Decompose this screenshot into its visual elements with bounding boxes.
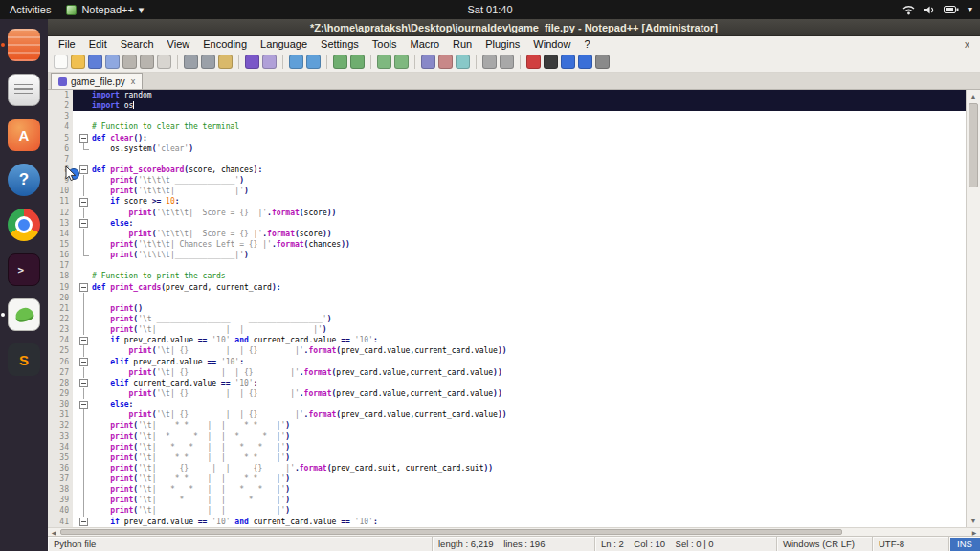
code-text[interactable]: print('\t| {} | | {} |'.format(prev_card… (90, 345, 966, 356)
print-icon[interactable] (157, 55, 171, 69)
activities-button[interactable]: Activities (10, 4, 51, 15)
playback-macro-icon[interactable] (561, 55, 575, 69)
tab-close-icon[interactable]: x (131, 77, 136, 86)
menu-view[interactable]: View (161, 38, 197, 50)
scroll-left-icon[interactable]: ◀ (48, 528, 59, 536)
function-list-icon[interactable] (482, 55, 497, 69)
help-icon[interactable]: ? (7, 163, 41, 197)
code-text[interactable]: if score >= 10: (90, 196, 966, 207)
code-text[interactable]: print('\t\t\t| |') (90, 186, 966, 196)
code-line-35[interactable]: 35 print('\t| * * | | * * |') (48, 452, 966, 463)
window-title-bar[interactable]: *Z:\home\aprataksh\Desktop\journaldev\ga… (48, 19, 980, 36)
fold-collapse-icon[interactable] (79, 198, 88, 207)
fold-margin[interactable] (78, 90, 90, 100)
copy-icon[interactable] (201, 55, 215, 69)
fold-margin[interactable] (78, 324, 90, 335)
horizontal-scrollbar[interactable]: ◀ ▶ (48, 527, 980, 536)
menu-edit[interactable]: Edit (82, 38, 114, 50)
fold-collapse-icon[interactable] (79, 337, 88, 345)
close-document-icon[interactable]: x (958, 39, 976, 50)
code-line-39[interactable]: 39 print('\t| * | | * |') (48, 495, 966, 505)
tab-game-file[interactable]: game_file.py x (51, 73, 143, 89)
fold-margin[interactable] (78, 357, 90, 367)
code-line-8[interactable]: 8def print_scoreboard(score, chances): (48, 165, 966, 175)
menu-tools[interactable]: Tools (366, 38, 404, 50)
horizontal-scroll-track[interactable] (59, 528, 969, 536)
vertical-scroll-track[interactable] (967, 102, 980, 515)
zoom-in-icon[interactable] (333, 55, 347, 69)
editor[interactable]: 1import random2import os34# Function to … (48, 90, 966, 527)
code-line-3[interactable]: 3 (48, 111, 966, 121)
code-text[interactable]: print('\t| {} | | {} |'.format(prev_card… (90, 463, 966, 474)
fold-margin[interactable] (78, 378, 90, 388)
save-icon[interactable] (88, 55, 102, 69)
system-tray[interactable]: ▾ (902, 0, 972, 19)
code-text[interactable]: print('\t\t\t| Score = {} |'.format(scor… (90, 229, 966, 239)
code-line-6[interactable]: 6 os.system('clear') (48, 143, 966, 154)
code-text[interactable] (90, 154, 966, 165)
code-line-20[interactable]: 20 (48, 293, 966, 303)
document-map-icon[interactable] (500, 55, 514, 69)
fold-margin[interactable] (78, 271, 90, 281)
fold-margin[interactable] (78, 196, 90, 207)
horizontal-scroll-thumb[interactable] (60, 529, 842, 535)
code-text[interactable]: else: (90, 218, 966, 229)
code-text[interactable]: print('\t| * * | | * * |') (90, 452, 966, 463)
run-macro-multiple-icon[interactable] (578, 55, 592, 69)
fold-margin[interactable] (78, 111, 90, 121)
sync-horizontal-icon[interactable] (394, 55, 409, 69)
code-text[interactable]: # Function to print the cards (90, 271, 966, 281)
code-text[interactable]: print() (90, 303, 966, 314)
code-line-18[interactable]: 18# Function to print the cards (48, 271, 966, 281)
code-line-11[interactable]: 11 if score >= 10: (48, 196, 966, 207)
clock[interactable]: Sat 01:40 (467, 0, 512, 19)
fold-margin[interactable] (78, 250, 90, 260)
code-line-40[interactable]: 40 print('\t| | | |') (48, 505, 966, 516)
code-text[interactable]: print('\t\t\t| Score = {} |'.format(scor… (90, 208, 966, 218)
code-line-17[interactable]: 17 (48, 260, 966, 271)
fold-margin[interactable] (78, 484, 90, 495)
code-text[interactable] (90, 293, 966, 303)
code-line-15[interactable]: 15 print('\t\t\t| Chances Left = {} |'.f… (48, 239, 966, 250)
fold-margin[interactable] (78, 208, 90, 218)
menu-encoding[interactable]: Encoding (196, 38, 254, 50)
fold-margin[interactable] (78, 293, 90, 303)
fold-margin[interactable] (78, 495, 90, 505)
fold-collapse-icon[interactable] (79, 379, 88, 387)
fold-margin[interactable] (78, 442, 90, 452)
menu-macro[interactable]: Macro (403, 38, 446, 50)
vertical-scroll-thumb[interactable] (969, 103, 978, 187)
menu-run[interactable]: Run (446, 38, 479, 50)
code-text[interactable]: print('\t| {} | | {} |'.format(prev_card… (90, 409, 966, 420)
fold-margin[interactable] (78, 409, 90, 420)
code-line-9[interactable]: 9 print('\t\t\t _____________') (48, 175, 966, 186)
code-text[interactable]: def print_cards(prev_card, current_card)… (90, 282, 966, 293)
code-text[interactable]: print('\t| * * | | * * |') (90, 420, 966, 430)
fold-margin[interactable] (78, 218, 90, 229)
undo-icon[interactable] (245, 55, 259, 69)
replace-icon[interactable] (306, 55, 321, 69)
fold-margin[interactable] (78, 260, 90, 271)
code-line-29[interactable]: 29 print('\t| {} | | {} |'.format(prev_c… (48, 388, 966, 399)
code-line-5[interactable]: 5def clear(): (48, 133, 966, 143)
code-text[interactable]: print('\t| * * | | * * |') (90, 484, 966, 495)
fold-margin[interactable] (78, 303, 90, 314)
status-insert-mode[interactable]: INS (949, 537, 980, 551)
code-text[interactable]: import os (90, 100, 966, 111)
code-text[interactable] (90, 260, 966, 271)
fold-margin[interactable] (78, 100, 90, 111)
code-text[interactable]: def clear(): (90, 133, 966, 143)
code-line-13[interactable]: 13 else: (48, 218, 966, 229)
sublime-text-icon[interactable]: S (7, 342, 41, 377)
code-text[interactable]: print('\t| {} | | {} |'.format(prev_card… (90, 388, 966, 399)
code-text[interactable]: print('\t| * * | | * * |') (90, 431, 966, 442)
fold-margin[interactable] (78, 388, 90, 399)
code-line-23[interactable]: 23 print('\t| | | |') (48, 324, 966, 335)
notepadpp-icon[interactable] (7, 298, 41, 332)
code-line-30[interactable]: 30 else: (48, 399, 966, 409)
fold-collapse-icon[interactable] (79, 401, 88, 409)
fold-collapse-icon[interactable] (79, 283, 88, 292)
code-line-41[interactable]: 41 if prev_card.value == '10' and curren… (48, 517, 966, 527)
open-folder-icon[interactable] (71, 55, 85, 69)
code-line-31[interactable]: 31 print('\t| {} | | {} |'.format(prev_c… (48, 409, 966, 420)
